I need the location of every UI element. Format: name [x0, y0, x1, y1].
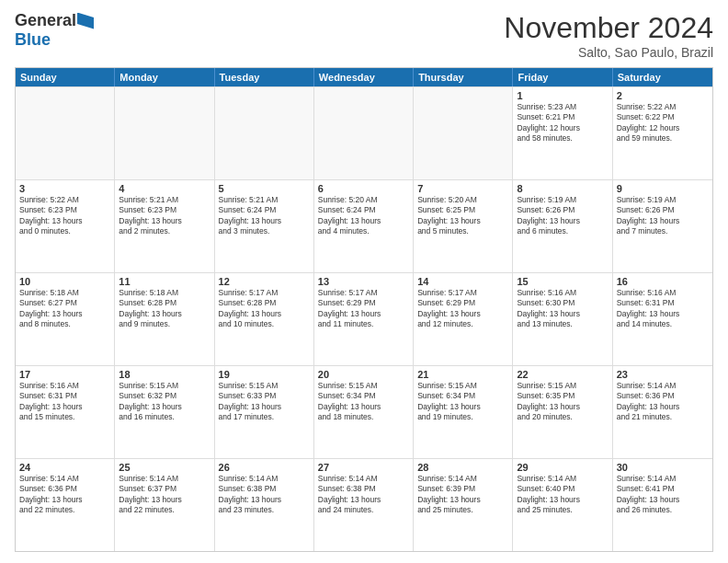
- day-number: 27: [318, 462, 409, 473]
- day-number: 14: [417, 276, 508, 287]
- cal-cell: 15Sunrise: 5:16 AM Sunset: 6:30 PM Dayli…: [513, 273, 612, 365]
- location: Salto, Sao Paulo, Brazil: [504, 45, 713, 60]
- cal-row-4: 24Sunrise: 5:14 AM Sunset: 6:36 PM Dayli…: [16, 458, 712, 551]
- day-number: 30: [617, 462, 709, 473]
- cal-cell: 5Sunrise: 5:21 AM Sunset: 6:24 PM Daylig…: [215, 180, 314, 272]
- cal-cell: 23Sunrise: 5:14 AM Sunset: 6:36 PM Dayli…: [613, 366, 712, 458]
- header-day-tuesday: Tuesday: [215, 68, 314, 86]
- cal-row-1: 3Sunrise: 5:22 AM Sunset: 6:23 PM Daylig…: [16, 179, 712, 272]
- cal-cell: 1Sunrise: 5:23 AM Sunset: 6:21 PM Daylig…: [513, 87, 612, 179]
- cal-cell: 3Sunrise: 5:22 AM Sunset: 6:23 PM Daylig…: [16, 180, 115, 272]
- cal-cell: 24Sunrise: 5:14 AM Sunset: 6:36 PM Dayli…: [16, 459, 115, 551]
- logo-blue-text: Blue: [15, 30, 51, 50]
- day-number: 24: [19, 462, 110, 473]
- cal-cell: 22Sunrise: 5:15 AM Sunset: 6:35 PM Dayli…: [513, 366, 612, 458]
- day-number: 8: [517, 183, 608, 194]
- day-number: 1: [517, 90, 608, 101]
- cal-cell: 8Sunrise: 5:19 AM Sunset: 6:26 PM Daylig…: [513, 180, 612, 272]
- cell-info: Sunrise: 5:16 AM Sunset: 6:30 PM Dayligh…: [517, 288, 608, 330]
- cell-info: Sunrise: 5:22 AM Sunset: 6:23 PM Dayligh…: [19, 195, 110, 237]
- day-number: 16: [617, 276, 709, 287]
- cal-cell: [115, 87, 214, 179]
- header-day-monday: Monday: [115, 68, 214, 86]
- cal-cell: 7Sunrise: 5:20 AM Sunset: 6:25 PM Daylig…: [414, 180, 513, 272]
- calendar-header: SundayMondayTuesdayWednesdayThursdayFrid…: [16, 68, 712, 86]
- cell-info: Sunrise: 5:14 AM Sunset: 6:36 PM Dayligh…: [19, 474, 110, 516]
- cell-info: Sunrise: 5:14 AM Sunset: 6:38 PM Dayligh…: [219, 474, 310, 516]
- cell-info: Sunrise: 5:18 AM Sunset: 6:27 PM Dayligh…: [19, 288, 110, 330]
- day-number: 13: [318, 276, 409, 287]
- cal-cell: 20Sunrise: 5:15 AM Sunset: 6:34 PM Dayli…: [314, 366, 414, 458]
- cal-cell: 14Sunrise: 5:17 AM Sunset: 6:29 PM Dayli…: [414, 273, 513, 365]
- cell-info: Sunrise: 5:21 AM Sunset: 6:23 PM Dayligh…: [119, 195, 210, 237]
- page: General Blue November 2024 Salto, Sao Pa…: [0, 0, 728, 563]
- day-number: 15: [517, 276, 608, 287]
- cal-cell: 19Sunrise: 5:15 AM Sunset: 6:33 PM Dayli…: [215, 366, 314, 458]
- header-day-sunday: Sunday: [16, 68, 115, 86]
- logo-blue: Blue: [15, 30, 51, 50]
- cell-info: Sunrise: 5:16 AM Sunset: 6:31 PM Dayligh…: [617, 288, 709, 330]
- cal-cell: [16, 87, 115, 179]
- title-area: November 2024 Salto, Sao Paulo, Brazil: [504, 11, 713, 60]
- cell-info: Sunrise: 5:22 AM Sunset: 6:22 PM Dayligh…: [617, 102, 709, 144]
- day-number: 20: [318, 369, 409, 380]
- day-number: 5: [219, 183, 310, 194]
- header-day-thursday: Thursday: [414, 68, 513, 86]
- cal-cell: 6Sunrise: 5:20 AM Sunset: 6:24 PM Daylig…: [314, 180, 414, 272]
- day-number: 6: [318, 183, 409, 194]
- cal-cell: 16Sunrise: 5:16 AM Sunset: 6:31 PM Dayli…: [613, 273, 712, 365]
- cal-cell: 26Sunrise: 5:14 AM Sunset: 6:38 PM Dayli…: [215, 459, 314, 551]
- day-number: 22: [517, 369, 608, 380]
- header-day-friday: Friday: [513, 68, 612, 86]
- cell-info: Sunrise: 5:14 AM Sunset: 6:40 PM Dayligh…: [517, 474, 608, 516]
- day-number: 7: [417, 183, 508, 194]
- cell-info: Sunrise: 5:14 AM Sunset: 6:36 PM Dayligh…: [617, 381, 709, 423]
- cell-info: Sunrise: 5:17 AM Sunset: 6:28 PM Dayligh…: [219, 288, 310, 330]
- day-number: 3: [19, 183, 110, 194]
- day-number: 23: [617, 369, 709, 380]
- cal-row-0: 1Sunrise: 5:23 AM Sunset: 6:21 PM Daylig…: [16, 86, 712, 179]
- cal-cell: 2Sunrise: 5:22 AM Sunset: 6:22 PM Daylig…: [613, 87, 712, 179]
- cal-cell: 29Sunrise: 5:14 AM Sunset: 6:40 PM Dayli…: [513, 459, 612, 551]
- cal-cell: 17Sunrise: 5:16 AM Sunset: 6:31 PM Dayli…: [16, 366, 115, 458]
- cell-info: Sunrise: 5:23 AM Sunset: 6:21 PM Dayligh…: [517, 102, 608, 144]
- day-number: 25: [119, 462, 210, 473]
- day-number: 26: [219, 462, 310, 473]
- cell-info: Sunrise: 5:15 AM Sunset: 6:33 PM Dayligh…: [219, 381, 310, 423]
- cell-info: Sunrise: 5:21 AM Sunset: 6:24 PM Dayligh…: [219, 195, 310, 237]
- cell-info: Sunrise: 5:19 AM Sunset: 6:26 PM Dayligh…: [517, 195, 608, 237]
- cal-cell: 28Sunrise: 5:14 AM Sunset: 6:39 PM Dayli…: [414, 459, 513, 551]
- day-number: 18: [119, 369, 210, 380]
- cal-cell: 4Sunrise: 5:21 AM Sunset: 6:23 PM Daylig…: [115, 180, 214, 272]
- logo-icon: [77, 13, 94, 29]
- calendar: SundayMondayTuesdayWednesdayThursdayFrid…: [15, 67, 713, 552]
- day-number: 9: [617, 183, 709, 194]
- header-day-wednesday: Wednesday: [314, 68, 414, 86]
- cal-cell: 13Sunrise: 5:17 AM Sunset: 6:29 PM Dayli…: [314, 273, 414, 365]
- cell-info: Sunrise: 5:20 AM Sunset: 6:25 PM Dayligh…: [417, 195, 508, 237]
- day-number: 28: [417, 462, 508, 473]
- day-number: 21: [417, 369, 508, 380]
- day-number: 10: [19, 276, 110, 287]
- cal-cell: 18Sunrise: 5:15 AM Sunset: 6:32 PM Dayli…: [115, 366, 214, 458]
- day-number: 11: [119, 276, 210, 287]
- cal-cell: [314, 87, 414, 179]
- cell-info: Sunrise: 5:15 AM Sunset: 6:34 PM Dayligh…: [318, 381, 409, 423]
- cell-info: Sunrise: 5:14 AM Sunset: 6:39 PM Dayligh…: [417, 474, 508, 516]
- day-number: 2: [617, 90, 709, 101]
- cal-cell: 10Sunrise: 5:18 AM Sunset: 6:27 PM Dayli…: [16, 273, 115, 365]
- day-number: 4: [119, 183, 210, 194]
- header: General Blue November 2024 Salto, Sao Pa…: [15, 11, 713, 60]
- cell-info: Sunrise: 5:15 AM Sunset: 6:32 PM Dayligh…: [119, 381, 210, 423]
- cal-cell: 9Sunrise: 5:19 AM Sunset: 6:26 PM Daylig…: [613, 180, 712, 272]
- cell-info: Sunrise: 5:19 AM Sunset: 6:26 PM Dayligh…: [617, 195, 709, 237]
- cal-cell: 11Sunrise: 5:18 AM Sunset: 6:28 PM Dayli…: [115, 273, 214, 365]
- cal-cell: [215, 87, 314, 179]
- logo-general: General: [15, 11, 76, 30]
- logo-text: General: [15, 11, 95, 30]
- logo: General Blue: [15, 11, 95, 50]
- cell-info: Sunrise: 5:15 AM Sunset: 6:34 PM Dayligh…: [417, 381, 508, 423]
- cal-cell: 27Sunrise: 5:14 AM Sunset: 6:38 PM Dayli…: [314, 459, 414, 551]
- cal-cell: [414, 87, 513, 179]
- cell-info: Sunrise: 5:17 AM Sunset: 6:29 PM Dayligh…: [417, 288, 508, 330]
